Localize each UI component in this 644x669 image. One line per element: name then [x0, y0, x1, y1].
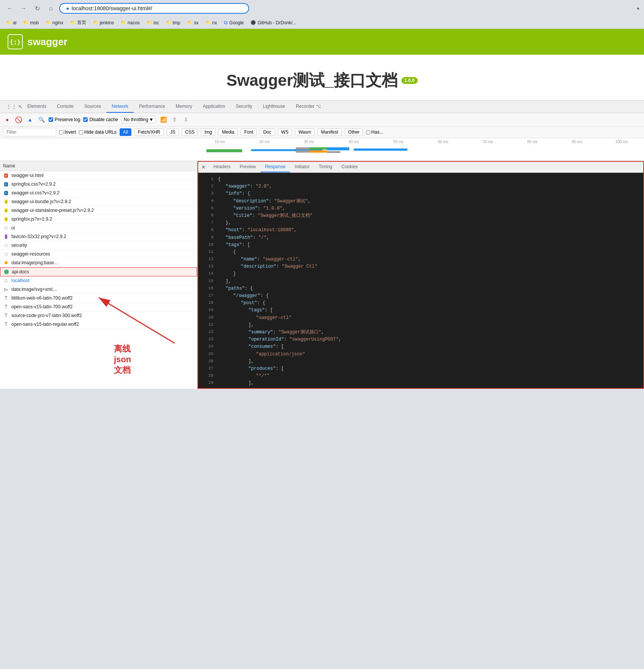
- bookmark-al[interactable]: 📁 al: [3, 19, 19, 27]
- file-item-localhost[interactable]: □ localhost: [0, 276, 197, 285]
- hide-data-urls-checkbox[interactable]: Hide data URLs: [79, 129, 117, 135]
- bookmark-home[interactable]: 📁 首页: [67, 18, 89, 27]
- bookmark-jenkins[interactable]: 📁 jenkins: [90, 19, 117, 27]
- css-filter-button[interactable]: CSS: [182, 128, 198, 136]
- download-icon-button[interactable]: ⇩: [182, 115, 190, 124]
- bookmark-github[interactable]: ⚫ GitHub - DrDonk/...: [248, 19, 299, 27]
- file-item-bundle-js[interactable]: J swagger-ui-bundle.js?v=2.9.2: [0, 197, 197, 206]
- img-filter-button[interactable]: Img: [201, 128, 215, 136]
- bookmark-label: nx: [212, 20, 217, 25]
- tab-network[interactable]: Network: [106, 101, 134, 113]
- tab-preview[interactable]: Preview: [235, 162, 260, 172]
- api-title-text: Swagger测试_接口文档: [226, 70, 397, 91]
- throttling-label: No throttling: [124, 117, 148, 122]
- filter-input[interactable]: [3, 128, 56, 136]
- invert-label: Invert: [65, 129, 76, 135]
- tab-timing[interactable]: Timing: [314, 162, 337, 172]
- tab-elements[interactable]: Elements: [22, 101, 52, 113]
- file-name: swagger-ui-standalone-preset.js?v=2.9.2: [11, 208, 194, 213]
- bookmark-label: nginx: [52, 20, 63, 25]
- bookmark-tmp[interactable]: 📁 tmp: [163, 19, 183, 27]
- fetch-xhr-filter-button[interactable]: Fetch/XHR: [134, 128, 164, 136]
- file-item-swagger-html[interactable]: H swagger-ui.html: [0, 171, 197, 180]
- name-column-header: Name: [3, 163, 15, 169]
- throttling-select[interactable]: No throttling ▼: [121, 116, 156, 123]
- devtools-panel: ⋮⋮ ↖ Elements Console Sources Network Pe…: [0, 100, 644, 389]
- tab-sources[interactable]: Sources: [79, 101, 106, 113]
- tab-initiator[interactable]: Initiator: [290, 162, 314, 172]
- tab-response[interactable]: Response: [260, 162, 290, 172]
- ws-filter-button[interactable]: WS: [278, 128, 292, 136]
- folder-icon: 📁: [166, 20, 171, 25]
- invert-checkbox[interactable]: Invert: [59, 129, 76, 135]
- upload-icon-button[interactable]: ⇧: [170, 115, 179, 124]
- file-item-woff-open-sans-regular[interactable]: T open-sans-v15-latin-regular.woff2: [0, 320, 197, 329]
- close-button[interactable]: ✕: [201, 164, 206, 170]
- devtools-grid-icon[interactable]: ⋮⋮: [6, 104, 17, 110]
- file-item-springfox-css[interactable]: C springfox.css?v=2.9.2: [0, 180, 197, 189]
- bookmark-nginx[interactable]: 📁 nginx: [43, 19, 66, 27]
- bookmark-isc[interactable]: 📁 isc: [144, 19, 162, 27]
- file-item-api-docs[interactable]: □ api-docs: [0, 267, 197, 276]
- back-button[interactable]: ←: [5, 3, 15, 14]
- file-item-springfox-js[interactable]: J springfox.js?v=2.9.2: [0, 215, 197, 224]
- tab-recorder[interactable]: Recorder ⌥: [290, 101, 327, 113]
- file-name: open-sans-v15-latin-regular.woff2: [11, 322, 194, 327]
- bookmark-nx[interactable]: 📁 nx: [202, 19, 220, 27]
- timeline-label-80ms: 80 ms: [510, 140, 555, 144]
- tab-console[interactable]: Console: [52, 101, 79, 113]
- tab-cookies[interactable]: Cookies: [337, 162, 362, 172]
- file-icon-js2: J: [3, 207, 9, 213]
- tab-lighthouse[interactable]: Lighthouse: [257, 101, 290, 113]
- bookmark-nacos[interactable]: 📁 nacos: [118, 19, 143, 27]
- all-filter-button[interactable]: All: [120, 128, 131, 136]
- tab-headers[interactable]: Headers: [209, 162, 235, 172]
- file-item-standalone-js[interactable]: J swagger-ui-standalone-preset.js?v=2.9.…: [0, 206, 197, 215]
- doc-filter-button[interactable]: Doc: [260, 128, 275, 136]
- file-item-svg[interactable]: ▷ data:image/svg+xml;...: [0, 285, 197, 294]
- bookmark-sx[interactable]: 📁 sx: [184, 19, 202, 27]
- filter-icon-button[interactable]: ▲: [26, 115, 34, 124]
- file-item-security[interactable]: □ security: [0, 241, 197, 250]
- file-item-swagger-css[interactable]: C swagger-ui.css?v=2.9.2: [0, 189, 197, 197]
- file-item-ui[interactable]: □ ui: [0, 224, 197, 232]
- lock-icon: ●: [66, 5, 69, 11]
- tab-memory[interactable]: Memory: [170, 101, 197, 113]
- file-icon-js3: J: [3, 216, 9, 222]
- tab-performance[interactable]: Performance: [134, 101, 170, 113]
- search-button[interactable]: 🔍: [37, 115, 46, 124]
- bookmark-label: jenkins: [100, 20, 114, 25]
- media-filter-button[interactable]: Media: [218, 128, 238, 136]
- bookmark-msb[interactable]: 📁 msb: [20, 19, 42, 27]
- file-item-favicon[interactable]: I favicon-32x32.png?v=2.9.2: [0, 232, 197, 241]
- bookmarks-bar: 📁 al 📁 msb 📁 nginx 📁 首页 📁 jenkins 📁 naco…: [0, 17, 644, 29]
- manifest-filter-button[interactable]: Manifest: [317, 128, 341, 136]
- home-button[interactable]: ⌂: [46, 3, 56, 14]
- disable-cache-checkbox[interactable]: Disable cache: [83, 117, 118, 122]
- bookmark-google[interactable]: G Google: [221, 19, 247, 27]
- file-item-swagger-resources[interactable]: □ swagger-resources: [0, 250, 197, 259]
- file-icon-js: J: [3, 199, 9, 205]
- folder-icon: 📁: [23, 20, 28, 25]
- other-filter-button[interactable]: Other: [345, 128, 363, 136]
- file-item-woff-titillium[interactable]: T titillium-web-v6-latin-700.woff2: [0, 294, 197, 303]
- file-name: ui: [11, 225, 194, 230]
- wasm-filter-button[interactable]: Wasm: [295, 128, 315, 136]
- file-item-woff-source-code[interactable]: T source-code-pro-v7-latin-300.woff2: [0, 311, 197, 320]
- font-filter-button[interactable]: Font: [241, 128, 257, 136]
- reload-button[interactable]: ↻: [32, 3, 43, 14]
- tab-security[interactable]: Security: [230, 101, 257, 113]
- tab-application[interactable]: Application: [197, 101, 230, 113]
- forward-button[interactable]: →: [18, 3, 29, 14]
- file-icon-doc: □: [3, 225, 9, 231]
- has-filter-checkbox[interactable]: Has...: [366, 129, 383, 135]
- wifi-icon-button[interactable]: 📶: [159, 115, 167, 124]
- file-item-woff-open-sans-700[interactable]: T open-sans-v15-latin-700.woff2: [0, 303, 197, 311]
- file-item-data-png[interactable]: data:image/png;base...: [0, 259, 197, 267]
- timeline-label-20ms: 20 ms: [242, 140, 287, 144]
- clear-button[interactable]: 🚫: [14, 115, 23, 124]
- address-bar[interactable]: ● localhost:18080/swagger-ui.html#/: [59, 3, 249, 14]
- stop-recording-button[interactable]: ●: [3, 115, 11, 124]
- js-filter-button[interactable]: JS: [167, 128, 179, 136]
- preserve-log-checkbox[interactable]: Preserve log: [49, 117, 80, 122]
